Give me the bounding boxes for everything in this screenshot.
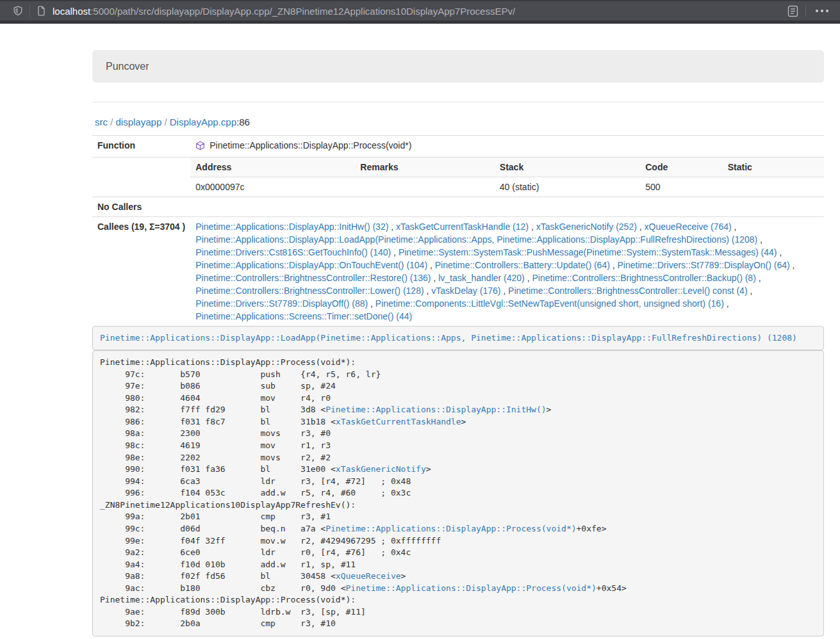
toolbar-separator [29,4,30,17]
shield-icon[interactable] [13,6,23,16]
breadcrumb-line-number: :86 [236,117,250,127]
callee-link[interactable]: Pinetime::Applications::DisplayApp::Load… [195,234,757,245]
page-icon[interactable] [37,6,46,16]
detail-value-cell [723,177,824,197]
callee-link[interactable]: Pinetime::System::SystemTask::PushMessag… [399,247,777,257]
callee-link[interactable]: xTaskGenericNotify (252) [536,222,637,232]
callee-link[interactable]: Pinetime::Drivers::Cst816S::GetTouchInfo… [195,247,391,257]
detail-header-row: AddressRemarksStackCodeStatic [190,158,824,177]
menu-icon[interactable] [813,7,831,15]
highlighted-symbol-box: Pinetime::Applications::DisplayApp::Load… [92,326,824,351]
detail-table: AddressRemarksStackCodeStatic 0x0000097c… [190,158,824,197]
function-row: Function Pinetime::Applications::Display… [92,136,824,158]
callees-row: Callees (19, Σ=3704 ) Pinetime::Applicat… [92,216,824,326]
url-path: :5000/path/src/displayapp/DisplayApp.cpp… [90,6,515,17]
callee-link[interactable]: xQueueReceive (764) [645,222,732,232]
detail-column-header: Static [723,158,824,177]
callee-link[interactable]: Pinetime::Controllers::Battery::Update()… [435,260,610,270]
callee-link[interactable]: xTaskGetCurrentTaskHandle (12) [396,222,529,232]
callees-label: Callees (19, Σ=3704 ) [92,216,190,326]
detail-column-header: Address [190,158,355,177]
url-bar[interactable]: localhost:5000/path/src/displayapp/Displ… [53,6,515,17]
callee-link[interactable]: Pinetime::Applications::DisplayApp::OnTo… [195,260,427,270]
callee-link[interactable]: Pinetime::Controllers::BrightnessControl… [508,286,747,296]
detail-column-header: Remarks [355,158,495,177]
detail-column-header: Stack [495,158,640,177]
detail-value-cell: 0x0000097c [190,177,355,197]
asm-symbol-link[interactable]: Pinetime::Applications::DisplayApp::Proc… [325,524,576,533]
callee-link[interactable]: Pinetime::Applications::DisplayApp::Init… [195,222,388,232]
callee-link[interactable]: Pinetime::Controllers::BrightnessControl… [195,273,431,283]
callee-link[interactable]: Pinetime::Drivers::St7789::DisplayOff() … [195,298,368,309]
detail-table-row: AddressRemarksStackCodeStatic 0x0000097c… [92,157,824,197]
browser-toolbar: localhost:5000/path/src/displayapp/Displ… [0,0,840,24]
highlighted-symbol-link[interactable]: Pinetime::Applications::DisplayApp::Load… [100,333,797,343]
callee-link[interactable]: vTaskDelay (176) [431,286,500,296]
callee-link[interactable]: Pinetime::Drivers::St7789::DisplayOn() (… [618,260,790,270]
divider [92,102,824,102]
breadcrumb-separator: / [108,117,116,127]
asm-symbol-link[interactable]: Pinetime::Applications::DisplayApp::Proc… [346,583,597,593]
assembly-code: Pinetime::Applications::DisplayApp::Proc… [92,350,824,636]
asm-symbol-link[interactable]: xTaskGenericNotify [336,464,426,474]
detail-value-cell: 40 (static) [495,177,640,197]
no-callers-row: No Callers [92,197,824,216]
detail-column-header: Code [640,158,723,177]
no-callers-label: No Callers [92,197,190,216]
page-content: Puncover src / displayapp / DisplayApp.c… [92,24,824,636]
function-table: Function Pinetime::Applications::Display… [92,135,824,326]
breadcrumb-link[interactable]: src [95,117,108,127]
function-label: Function [92,136,190,158]
breadcrumb: src / displayapp / DisplayApp.cpp:86 [95,116,824,129]
callee-link[interactable]: Pinetime::Controllers::BrightnessControl… [195,286,424,296]
detail-value-row: 0x0000097c40 (static)500 [190,177,824,197]
callee-link[interactable]: Pinetime::Components::LittleVgl::SetNewT… [375,298,724,309]
url-host: localhost [53,6,90,17]
asm-symbol-link[interactable]: Pinetime::Applications::DisplayApp::Init… [325,405,546,414]
breadcrumb-link[interactable]: DisplayApp.cpp [170,117,236,127]
callees-list: Pinetime::Applications::DisplayApp::Init… [190,216,824,326]
reader-view-icon[interactable] [787,5,798,17]
detail-value-cell: 500 [640,177,723,197]
breadcrumb-separator: / [161,117,170,127]
breadcrumb-link[interactable]: displayapp [116,117,162,127]
function-signature: Pinetime::Applications::DisplayApp::Proc… [210,139,411,152]
package-icon [195,141,205,150]
callee-link[interactable]: Pinetime::Applications::Screens::Timer::… [195,311,412,321]
toolbar-separator [805,4,806,17]
asm-symbol-link[interactable]: xQueueReceive [336,571,401,581]
detail-value-cell [355,177,495,197]
page-title: Puncover [106,60,811,73]
app-header: Puncover [92,50,824,83]
callee-link[interactable]: Pinetime::Controllers::BrightnessControl… [532,273,755,283]
asm-symbol-link[interactable]: xTaskGetCurrentTaskHandle [336,417,461,426]
callee-link[interactable]: lv_task_handler (420) [438,273,525,283]
